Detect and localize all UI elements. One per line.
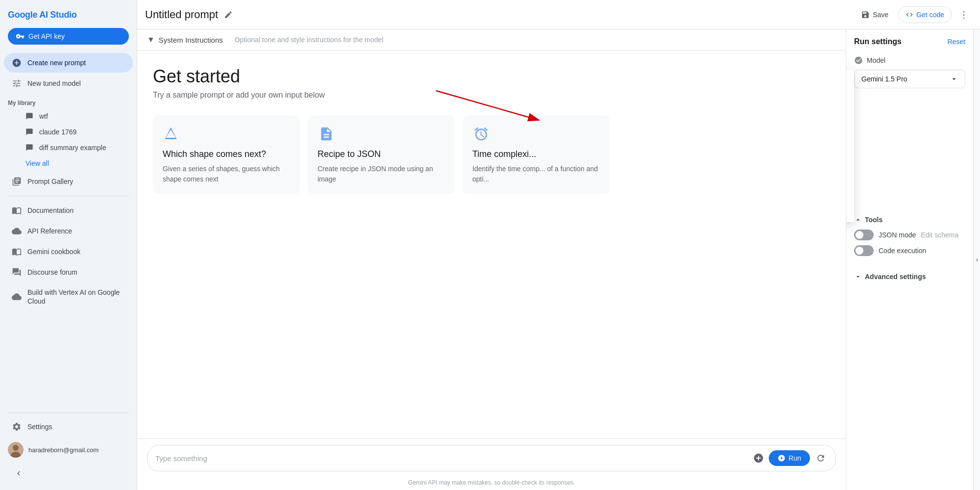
save-button[interactable]: Save [855,6,894,23]
cards-row: Which shape comes next? Given a series o… [153,115,830,194]
card-shape[interactable]: Which shape comes next? Given a series o… [153,115,300,194]
sidebar-item-vertex-ai[interactable]: Build with Vertex AI on Google Cloud [4,283,133,310]
advanced-settings-header[interactable]: Advanced settings [854,273,965,281]
code-execution-toggle[interactable] [854,245,874,256]
tune-icon [12,78,22,88]
collapse-sidebar-button[interactable] [12,466,25,480]
user-email: haradreborn@gmail.com [28,446,98,454]
recipe-card-desc: Create recipe in JSON mode using an imag… [318,164,445,184]
time-card-desc: Identify the time comp... of a function … [472,164,600,184]
forum-icon [12,267,22,277]
dropdown-item-exp-0801[interactable]: Gemini 1.5 Pro Experiment... gemini-1.5-… [846,85,854,109]
dropdown-item-flash-8b[interactable]: Gemini 1.5 Flash 8B Exper... gemini-1.5-… [846,183,854,207]
dropdown-item-flash-exp[interactable]: Gemini 1.5 Flash Experime... gemini-1.5-… [846,158,854,183]
tools-section-header[interactable]: Tools [854,216,965,224]
recipe-card-icon [318,125,335,143]
more-options-button[interactable]: ⋮ [956,6,972,23]
system-instructions-chevron[interactable]: ▼ [147,35,155,44]
chevron-down-advanced-icon [854,273,862,281]
json-mode-toggle[interactable] [854,230,874,240]
recipe-card-title: Recipe to JSON [318,149,445,160]
chat-icon-diff [25,144,33,152]
shape-card-desc: Given a series of shapes, guess which sh… [163,164,290,184]
sidebar-item-api-reference[interactable]: API Reference [4,221,133,241]
run-button[interactable]: Run [769,450,810,466]
sidebar-item-create-prompt[interactable]: Create new prompt [4,53,133,73]
header: Untitled prompt Save Get code ⋮ [137,0,980,29]
sidebar-divider [8,196,129,196]
menu-book-icon [12,247,22,257]
chat-icon-claude [25,128,33,136]
card-recipe[interactable]: Recipe to JSON Create recipe in JSON mod… [308,115,455,194]
model-dropdown-menu: gemini-1.5-pro Gemini 1.5 Pro Experiment… [846,70,854,223]
sidebar-item-settings[interactable]: Settings [4,417,133,437]
sidebar-item-prompt-gallery[interactable]: Prompt Gallery [4,172,133,191]
svg-point-1 [13,445,19,451]
sidebar-sub-item-claude[interactable]: claude 1769 [4,125,133,139]
settings-icon [12,422,22,432]
shape-card-title: Which shape comes next? [163,149,290,160]
prompt-title: Untitled prompt [145,8,218,21]
input-bar: Run [147,445,836,471]
system-instructions: ▼ System Instructions Optional tone and … [137,29,846,51]
app-logo: Google AI Studio [0,6,137,28]
run-settings-title: Run settings [854,37,902,46]
content-area: ▼ System Instructions Optional tone and … [137,29,980,490]
cloud-icon [12,226,22,236]
system-instructions-placeholder[interactable]: Optional tone and style instructions for… [227,36,836,44]
input-bar-container: Run [137,438,846,477]
time-card-icon [472,125,490,143]
sidebar-item-discourse-forum[interactable]: Discourse forum [4,262,133,282]
get-api-key-button[interactable]: Get API key [8,28,129,45]
add-attachment-button[interactable] [752,452,765,464]
refresh-button[interactable] [814,451,828,465]
code-execution-toggle-container: Code execution [854,245,965,256]
get-code-button[interactable]: Get code [898,6,952,23]
book-icon [12,206,22,215]
header-actions: Save Get code ⋮ [855,6,972,23]
model-dropdown-wrapper: Gemini 1.5 Pro gemini-1.5-pro Gemini 1.5 [854,70,965,88]
chat-icon-wtf [25,112,33,120]
user-section[interactable]: haradreborn@gmail.com [0,437,137,463]
prompt-input[interactable] [155,454,748,463]
sidebar-bottom-divider [8,413,129,413]
dropdown-item-exp-0827[interactable]: Gemini 1.5 Pro Experiment... gemini-1.5-… [846,109,854,134]
card-time-complexity[interactable]: Time complexi... Identify the time comp.… [463,115,610,194]
dropdown-item-gemma[interactable]: Gemma 2 2B PREVIEW [846,207,854,223]
shape-card-icon [163,125,180,143]
gallery-icon [12,177,22,186]
sidebar-item-new-tuned-model[interactable]: New tuned model [4,74,133,93]
sidebar-item-documentation[interactable]: Documentation [4,201,133,220]
dropdown-header-gemini-pro: gemini-1.5-pro [846,70,854,85]
model-section: Model Gemini 1.5 Pro gemini-1.5-pro [854,56,965,88]
get-started-area: Get started Try a sample prompt or add y… [137,51,846,438]
json-mode-toggle-container: JSON mode Edit schema [854,230,965,240]
json-mode-label: JSON mode [879,231,916,239]
my-library-label: My library [0,96,137,108]
avatar [8,442,24,458]
sidebar-sub-item-diff-summary[interactable]: diff summary example [4,140,133,155]
model-dropdown[interactable]: Gemini 1.5 Pro [854,70,965,88]
dropdown-item-flash[interactable]: Gemini 1.5 Flash gemini-1.5-flash [846,134,854,158]
prompt-area: ▼ System Instructions Optional tone and … [137,29,846,490]
sidebar-sub-item-wtf[interactable]: wtf [4,109,133,124]
sidebar: Google AI Studio Get API key Create new … [0,0,137,490]
model-icon [854,56,863,65]
edit-schema-button[interactable]: Edit schema [921,231,958,239]
system-instructions-label: System Instructions [159,36,223,44]
view-all-button[interactable]: View all [4,156,133,171]
main-content: Untitled prompt Save Get code ⋮ [137,0,980,490]
run-settings-header: Run settings Reset [854,37,965,46]
reset-button[interactable]: Reset [947,38,965,46]
right-chevron-icon [974,257,980,263]
key-icon [16,32,24,41]
sidebar-item-gemini-cookbook[interactable]: Gemini cookbook [4,242,133,261]
tools-section: Tools JSON mode Edit schema Code executi… [854,216,965,261]
code-execution-label: Code execution [879,247,926,255]
right-panel-collapse[interactable] [973,29,980,490]
chevron-down-icon [950,75,958,83]
edit-title-button[interactable] [222,8,235,21]
vertex-cloud-icon [12,292,22,302]
run-settings-panel: Run settings Reset Model Gemini 1.5 Pro [846,29,973,490]
time-card-title: Time complexi... [472,149,600,160]
